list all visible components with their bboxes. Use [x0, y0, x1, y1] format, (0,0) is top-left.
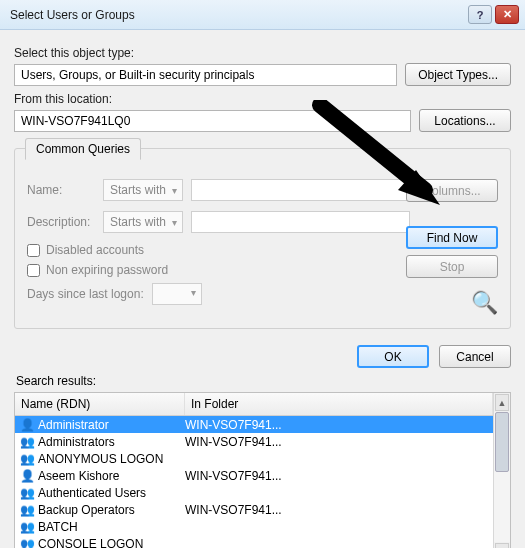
scroll-up-icon[interactable]: ▲ [495, 394, 509, 411]
description-label: Description: [27, 215, 95, 229]
columns-button[interactable]: Columns... [406, 179, 498, 202]
principal-icon: 👥 [19, 486, 35, 500]
scroll-thumb[interactable] [495, 412, 509, 472]
common-queries-panel: Common Queries Name: Starts with Descrip… [14, 148, 511, 329]
row-folder: WIN-VSO7F941... [185, 418, 489, 432]
results-header[interactable]: Name (RDN) In Folder [15, 393, 493, 416]
description-mode-combo[interactable]: Starts with [103, 211, 183, 233]
col-name[interactable]: Name (RDN) [15, 393, 185, 415]
table-row[interactable]: 👥BATCH [15, 518, 493, 535]
table-row[interactable]: 👥Backup OperatorsWIN-VSO7F941... [15, 501, 493, 518]
locations-button[interactable]: Locations... [419, 109, 511, 132]
object-types-button[interactable]: Object Types... [405, 63, 511, 86]
row-folder: WIN-VSO7F941... [185, 469, 489, 483]
table-row[interactable]: 👥ANONYMOUS LOGON [15, 450, 493, 467]
location-field[interactable] [14, 110, 411, 132]
ok-button[interactable]: OK [357, 345, 429, 368]
row-name: Aseem Kishore [38, 469, 119, 483]
name-mode-combo[interactable]: Starts with [103, 179, 183, 201]
non-expiring-checkbox[interactable]: Non expiring password [27, 263, 410, 277]
table-row[interactable]: 👥Authenticated Users [15, 484, 493, 501]
object-type-label: Select this object type: [14, 46, 511, 60]
titlebar: Select Users or Groups ? ✕ [0, 0, 525, 30]
scroll-down-icon[interactable]: ▼ [495, 543, 509, 548]
principal-icon: 👥 [19, 520, 35, 534]
principal-icon: 👤 [19, 418, 35, 432]
results-grid: Name (RDN) In Folder 👤AdministratorWIN-V… [14, 392, 511, 548]
scrollbar[interactable]: ▲ ▼ [493, 393, 510, 548]
days-since-label: Days since last logon: [27, 287, 144, 301]
cancel-button[interactable]: Cancel [439, 345, 511, 368]
row-name: Authenticated Users [38, 486, 146, 500]
description-input[interactable] [191, 211, 410, 233]
row-name: CONSOLE LOGON [38, 537, 143, 549]
tab-common-queries[interactable]: Common Queries [25, 138, 141, 160]
principal-icon: 👤 [19, 469, 35, 483]
disabled-accounts-box[interactable] [27, 244, 40, 257]
principal-icon: 👥 [19, 452, 35, 466]
close-button[interactable]: ✕ [495, 5, 519, 24]
principal-icon: 👥 [19, 503, 35, 517]
table-row[interactable]: 👥AdministratorsWIN-VSO7F941... [15, 433, 493, 450]
table-row[interactable]: 👤Aseem KishoreWIN-VSO7F941... [15, 467, 493, 484]
disabled-accounts-checkbox[interactable]: Disabled accounts [27, 243, 410, 257]
name-input[interactable] [191, 179, 410, 201]
object-type-field[interactable] [14, 64, 397, 86]
stop-button[interactable]: Stop [406, 255, 498, 278]
principal-icon: 👥 [19, 435, 35, 449]
row-folder: WIN-VSO7F941... [185, 435, 489, 449]
row-name: Backup Operators [38, 503, 135, 517]
principal-icon: 👥 [19, 537, 35, 549]
days-since-combo[interactable] [152, 283, 202, 305]
row-name: ANONYMOUS LOGON [38, 452, 163, 466]
row-folder: WIN-VSO7F941... [185, 503, 489, 517]
table-row[interactable]: 👥CONSOLE LOGON [15, 535, 493, 548]
table-row[interactable]: 👤AdministratorWIN-VSO7F941... [15, 416, 493, 433]
col-folder[interactable]: In Folder [185, 393, 493, 415]
row-name: BATCH [38, 520, 78, 534]
name-label: Name: [27, 183, 95, 197]
help-button[interactable]: ? [468, 5, 492, 24]
row-name: Administrator [38, 418, 109, 432]
window-title: Select Users or Groups [10, 8, 465, 22]
non-expiring-box[interactable] [27, 264, 40, 277]
find-now-button[interactable]: Find Now [406, 226, 498, 249]
search-icon: 🔍 [471, 290, 498, 316]
row-name: Administrators [38, 435, 115, 449]
search-results-label: Search results: [16, 374, 511, 388]
location-label: From this location: [14, 92, 511, 106]
